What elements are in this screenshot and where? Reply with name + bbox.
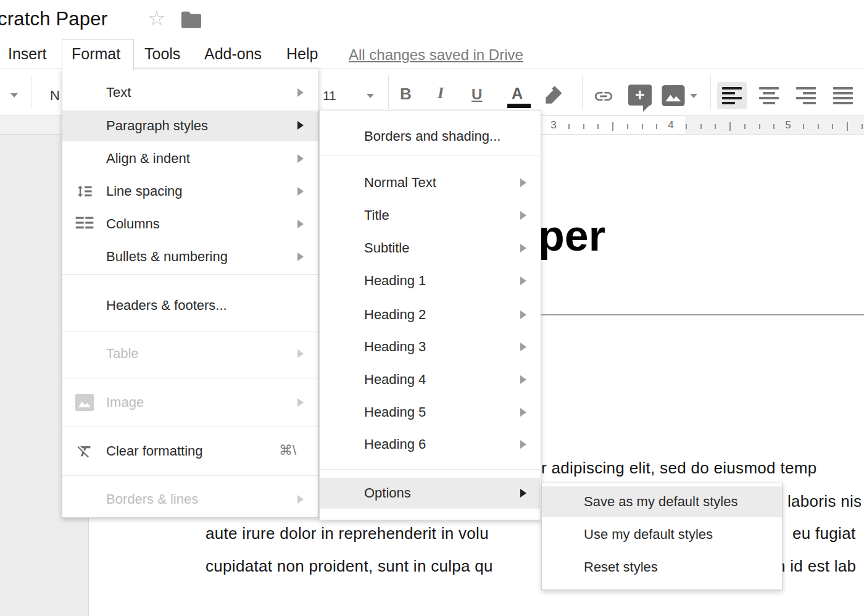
paragraph-style-selector[interactable]: N — [50, 88, 60, 104]
ruler-tick — [832, 124, 833, 129]
star-icon[interactable]: ☆ — [147, 8, 166, 28]
doc-title-text-fragment: per — [538, 211, 605, 260]
submenu-arrow-icon — [520, 375, 526, 384]
menu-item-heading-5[interactable]: Heading 5 — [320, 397, 540, 428]
ruler-number: 4 — [668, 119, 673, 131]
ruler-tick — [656, 124, 657, 129]
ruler-tick — [715, 124, 716, 129]
menu-item-heading-6[interactable]: Heading 6 — [320, 429, 540, 460]
menubar-item-tools[interactable]: Tools — [144, 45, 180, 63]
menu-item-borders-lines: Borders & lines — [62, 484, 318, 515]
menu-item-heading-4[interactable]: Heading 4 — [320, 364, 540, 395]
font-size-value[interactable]: 11 — [323, 88, 336, 103]
menu-item-heading-2[interactable]: Heading 2 — [320, 299, 540, 330]
document-title[interactable]: cratch Paper — [0, 8, 107, 30]
doc-line-fragment: aute irure dolor in reprehenderit in vol… — [206, 524, 489, 543]
align-right-icon — [796, 87, 816, 104]
menu-separator — [62, 274, 318, 275]
submenu-arrow-icon — [520, 211, 526, 220]
doc-line-fragment: eu fugiat — [792, 524, 855, 543]
font-size-caret-icon[interactable] — [367, 94, 374, 98]
highlight-button[interactable] — [542, 84, 565, 107]
menu-item-paragraph-styles[interactable]: Paragraph styles — [62, 110, 318, 141]
ruler-tick — [612, 122, 613, 131]
menu-item-normal-text[interactable]: Normal Text — [320, 167, 540, 198]
menubar-item-help[interactable]: Help — [286, 45, 318, 63]
insert-image-button[interactable] — [662, 85, 685, 106]
ruler-tick — [773, 124, 775, 129]
ruler-tick — [729, 122, 731, 131]
underline-button[interactable]: U — [471, 86, 482, 103]
menu-separator — [62, 427, 318, 427]
menubar-item-addons[interactable]: Add-ons — [204, 45, 262, 63]
submenu-arrow-icon — [520, 178, 526, 187]
menu-item-headers-footers[interactable]: Headers & footers... — [62, 290, 318, 321]
folder-icon[interactable] — [181, 11, 201, 28]
ruler-tick — [759, 124, 760, 129]
toolbar-dropdown-caret-icon[interactable] — [10, 93, 18, 98]
menu-item-reset-styles[interactable]: Reset styles — [542, 552, 782, 583]
text-color-swatch — [507, 104, 531, 108]
menu-item-text[interactable]: Text — [62, 77, 318, 108]
menu-item-title[interactable]: Title — [320, 200, 540, 231]
clear-formatting-icon — [73, 443, 96, 460]
shortcut-label: ⌘\ — [279, 443, 296, 459]
toolbar-separator — [388, 75, 389, 109]
line-spacing-icon — [73, 183, 96, 200]
submenu-arrow-icon — [297, 121, 304, 130]
add-comment-button[interactable]: + — [628, 85, 652, 106]
menu-separator — [320, 156, 540, 156]
ruler-tick — [642, 124, 643, 129]
submenu-arrow-icon — [297, 495, 304, 504]
submenu-arrow-icon — [520, 489, 526, 497]
menu-item-bullets-numbering[interactable]: Bullets & numbering — [62, 241, 318, 272]
menu-separator — [62, 378, 318, 378]
submenu-arrow-icon — [297, 88, 304, 97]
submenu-arrow-icon — [520, 310, 526, 319]
doc-line-fragment: cupidatat non proident, sunt in culpa qu — [206, 557, 493, 576]
menu-item-line-spacing[interactable]: Line spacing — [62, 176, 318, 207]
menu-item-heading-1[interactable]: Heading 1 — [320, 265, 540, 296]
ruler-tick — [568, 124, 570, 129]
ruler-tick — [862, 124, 863, 129]
align-justify-button[interactable] — [828, 82, 858, 109]
menu-item-image: Image — [62, 387, 318, 418]
menu-item-save-as-default-styles[interactable]: Save as my default styles — [542, 486, 782, 517]
menu-item-columns[interactable]: Columns — [62, 209, 318, 239]
menu-separator — [62, 331, 318, 331]
ruler-tick — [847, 122, 848, 131]
menu-item-borders-and-shading[interactable]: Borders and shading... — [320, 121, 540, 152]
image-menu-icon — [73, 394, 96, 411]
insert-image-caret-icon[interactable] — [690, 94, 697, 98]
menubar-item-format[interactable]: Format — [72, 45, 120, 63]
italic-button[interactable]: I — [438, 84, 444, 102]
align-center-button[interactable] — [754, 82, 784, 109]
menu-separator — [320, 469, 540, 470]
menu-item-use-default-styles[interactable]: Use my default styles — [542, 519, 782, 550]
menu-item-heading-3[interactable]: Heading 3 — [320, 331, 540, 362]
toolbar-separator — [710, 75, 711, 109]
submenu-arrow-icon — [297, 220, 304, 228]
save-status-link[interactable]: All changes saved in Drive — [349, 46, 523, 64]
menu-item-align-indent[interactable]: Align & indent — [62, 143, 318, 174]
menu-item-options[interactable]: Options — [320, 478, 540, 509]
ruler-tick — [818, 124, 819, 129]
insert-link-button[interactable] — [589, 86, 618, 107]
align-center-icon — [759, 87, 779, 104]
text-color-button[interactable]: A — [512, 85, 523, 102]
toolbar-separator — [582, 75, 583, 109]
ruler-tick — [583, 124, 584, 129]
doc-line-fragment: laboris nis — [787, 492, 862, 511]
bold-button[interactable]: B — [400, 85, 412, 104]
menu-item-subtitle[interactable]: Subtitle — [320, 233, 540, 264]
align-justify-icon — [833, 87, 853, 104]
align-right-button[interactable] — [791, 82, 821, 109]
submenu-arrow-icon — [520, 408, 526, 417]
submenu-arrow-icon — [520, 244, 526, 252]
submenu-arrow-icon — [520, 277, 526, 285]
submenu-arrow-icon — [297, 154, 304, 163]
ruler-tick — [686, 124, 687, 129]
menubar-item-insert[interactable]: Insert — [8, 45, 47, 63]
align-left-button[interactable] — [717, 82, 747, 109]
toolbar-separator — [31, 75, 31, 109]
